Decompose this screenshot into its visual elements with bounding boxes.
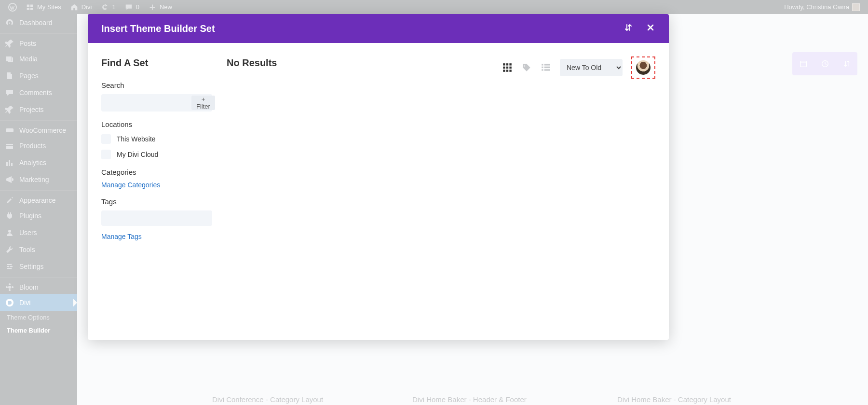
tag-view-button[interactable] <box>521 62 532 73</box>
search-input[interactable] <box>103 99 191 107</box>
menu-label: Projects <box>19 106 44 113</box>
categories-label: Categories <box>101 168 212 176</box>
menu-tools[interactable]: Tools <box>0 241 77 258</box>
svg-rect-43 <box>509 67 511 69</box>
insert-set-modal: Insert Theme Builder Set Find A Set Sear… <box>88 14 669 340</box>
modal-body: Find A Set Search + Filter Locations Thi… <box>88 43 669 340</box>
list-icon <box>541 62 551 73</box>
svg-rect-48 <box>544 64 550 65</box>
comment-icon <box>124 3 133 12</box>
svg-point-4 <box>8 265 10 267</box>
menu-woocommerce[interactable]: WooCommerce <box>0 120 77 137</box>
bloom-icon <box>5 282 14 292</box>
updates-icon <box>101 3 109 12</box>
new-label: New <box>160 3 172 11</box>
location-option[interactable]: My Divi Cloud <box>101 150 212 159</box>
wp-logo[interactable] <box>4 0 21 14</box>
menu-label: Dashboard <box>19 19 53 27</box>
my-sites[interactable]: My Sites <box>21 0 66 14</box>
menu-media[interactable]: Media <box>0 50 77 67</box>
divi-icon <box>5 298 14 307</box>
account[interactable]: Howdy, Christina Gwira <box>780 0 864 14</box>
menu-pages[interactable]: Pages <box>0 67 77 84</box>
svg-rect-45 <box>506 70 508 71</box>
filter-button[interactable]: + Filter <box>191 96 215 110</box>
modal-header: Insert Theme Builder Set <box>88 14 669 43</box>
account-avatar-highlight[interactable] <box>631 56 655 79</box>
home-icon <box>70 3 79 12</box>
location-option[interactable]: This Website <box>101 134 212 144</box>
toolbar-box <box>792 52 857 75</box>
site-name[interactable]: Divi <box>66 0 96 14</box>
close-button[interactable] <box>646 23 655 34</box>
menu-marketing[interactable]: Marketing <box>0 171 77 188</box>
menu-analytics[interactable]: Analytics <box>0 154 77 171</box>
menu-bloom[interactable]: Bloom <box>0 277 77 294</box>
checkbox[interactable] <box>101 150 111 159</box>
menu-users[interactable]: Users <box>0 224 77 241</box>
menu-comments[interactable]: Comments <box>0 84 77 101</box>
updates-count: 1 <box>112 3 116 11</box>
network-icon <box>26 3 34 12</box>
submenu-theme-builder[interactable]: Theme Builder <box>0 324 77 337</box>
search-label: Search <box>101 81 212 89</box>
admin-sidebar: Dashboard Posts Media Pages Comments Pro… <box>0 14 77 405</box>
checkbox[interactable] <box>101 134 111 144</box>
menu-products[interactable]: Products <box>0 137 77 154</box>
grid-view-button[interactable] <box>502 62 513 73</box>
user-avatar <box>636 60 651 75</box>
svg-rect-12 <box>800 61 806 67</box>
svg-point-8 <box>9 289 11 291</box>
tags-label: Tags <box>101 197 212 206</box>
list-view-button[interactable] <box>541 62 551 73</box>
bg-card-title: Divi Conference - Category Layout <box>212 395 323 404</box>
sort-select[interactable]: New To Old <box>560 59 623 76</box>
svg-point-5 <box>11 267 12 269</box>
updates[interactable]: 1 <box>96 0 120 14</box>
appearance-icon <box>5 196 14 205</box>
svg-rect-1 <box>6 128 14 132</box>
svg-point-3 <box>11 264 12 265</box>
menu-label: Settings <box>19 263 44 270</box>
svg-point-10 <box>12 286 14 288</box>
menu-label: Bloom <box>19 283 39 291</box>
avatar <box>852 3 860 11</box>
menu-label: WooCommerce <box>19 126 66 134</box>
menu-label: Tools <box>19 246 35 253</box>
tools-icon <box>5 245 14 254</box>
marketing-icon <box>5 175 14 184</box>
submenu-theme-options[interactable]: Theme Options <box>0 311 77 324</box>
manage-categories-link[interactable]: Manage Categories <box>101 181 212 189</box>
svg-rect-46 <box>509 70 511 71</box>
close-icon <box>646 23 655 32</box>
menu-projects[interactable]: Projects <box>0 101 77 118</box>
menu-divi[interactable]: Divi <box>0 294 77 311</box>
comments-count: 0 <box>136 3 139 11</box>
sort-icon <box>842 59 851 68</box>
menu-posts[interactable]: Posts <box>0 33 77 50</box>
menu-plugins[interactable]: Plugins <box>0 207 77 224</box>
find-a-set-heading: Find A Set <box>101 57 212 69</box>
submenu-label: Theme Builder <box>7 327 50 334</box>
manage-tags-link[interactable]: Manage Tags <box>101 233 212 240</box>
menu-appearance[interactable]: Appearance <box>0 190 77 207</box>
admin-bar: My Sites Divi 1 0 New Howdy, Christina G… <box>0 0 868 14</box>
menu-dashboard[interactable]: Dashboard <box>0 14 77 31</box>
menu-label: Marketing <box>19 176 49 183</box>
bg-card-title: Divi Home Baker - Category Layout <box>617 395 731 404</box>
comment-icon <box>5 88 14 98</box>
menu-settings[interactable]: Settings <box>0 258 77 275</box>
sort-button[interactable] <box>624 23 633 34</box>
grid-icon <box>502 62 513 73</box>
menu-label: Pages <box>19 72 39 80</box>
menu-label: Products <box>19 142 46 150</box>
svg-point-2 <box>8 230 11 233</box>
new-content[interactable]: New <box>144 0 176 14</box>
plus-icon <box>148 3 157 12</box>
submenu-label: Theme Options <box>7 314 50 321</box>
menu-label: Media <box>19 55 38 63</box>
find-panel: Find A Set Search + Filter Locations Thi… <box>101 57 212 325</box>
comments[interactable]: 0 <box>120 0 144 14</box>
sort-icon <box>624 23 633 32</box>
tags-input[interactable] <box>101 210 212 226</box>
